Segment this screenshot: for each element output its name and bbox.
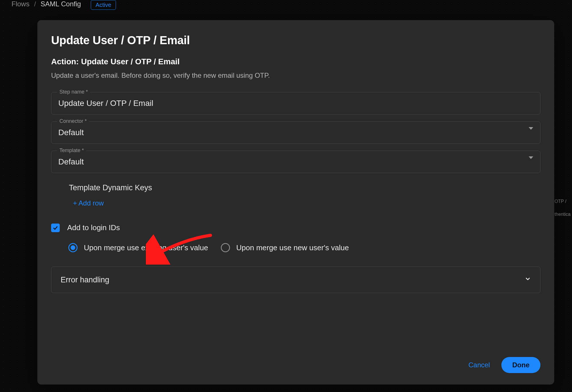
add-row-button[interactable]: + Add row	[73, 199, 540, 207]
breadcrumb-current[interactable]: SAML Config	[40, 0, 81, 8]
breadcrumb: Flows / SAML Config Active	[0, 0, 572, 9]
chevron-down-icon	[529, 130, 533, 136]
step-name-field[interactable]: Step name *	[51, 92, 540, 115]
step-name-label: Step name *	[57, 89, 90, 95]
breadcrumb-root[interactable]: Flows	[11, 0, 30, 8]
chevron-down-icon	[529, 159, 533, 165]
modal-title: Update User / OTP / Email	[51, 34, 540, 47]
connector-value: Default	[58, 128, 529, 137]
error-handling-label: Error handling	[61, 275, 109, 284]
radio-new-label: Upon merge use new user's value	[236, 243, 349, 252]
error-handling-section[interactable]: Error handling	[51, 267, 540, 293]
radio-selected-icon[interactable]	[68, 243, 78, 252]
settings-modal: Update User / OTP / Email Action: Update…	[37, 20, 554, 385]
connector-label: Connector *	[57, 118, 89, 124]
chevron-down-icon	[525, 276, 531, 284]
radio-option-existing[interactable]: Upon merge use existing user's value	[68, 243, 208, 252]
connector-field[interactable]: Connector * Default	[51, 121, 540, 144]
template-field[interactable]: Template * Default	[51, 151, 540, 173]
radio-option-new[interactable]: Upon merge use new user's value	[221, 243, 349, 252]
modal-subtitle: Action: Update User / OTP / Email	[51, 57, 540, 66]
radio-existing-label: Upon merge use existing user's value	[84, 243, 208, 252]
template-label: Template *	[57, 148, 86, 154]
radio-unselected-icon[interactable]	[221, 243, 230, 252]
template-value: Default	[58, 157, 529, 166]
modal-description: Update a user's email. Before doing so, …	[51, 71, 540, 79]
dynamic-keys-header: Template Dynamic Keys	[69, 183, 540, 192]
cancel-button[interactable]: Cancel	[468, 361, 490, 369]
bg-node-line1: / OTP /	[552, 195, 572, 208]
bg-node-snippet: / OTP / uthentica	[552, 195, 572, 221]
breadcrumb-sep: /	[34, 0, 36, 8]
bg-node-line2: uthentica	[552, 208, 572, 221]
status-badge: Active	[91, 0, 116, 10]
done-button[interactable]: Done	[501, 357, 540, 373]
checkbox-checked-icon[interactable]	[51, 224, 60, 232]
modal-footer: Cancel Done	[51, 346, 540, 373]
add-to-login-ids-label: Add to login IDs	[67, 223, 120, 232]
add-to-login-ids-row[interactable]: Add to login IDs	[51, 223, 540, 232]
step-name-input[interactable]	[58, 99, 533, 108]
merge-strategy-radios: Upon merge use existing user's value Upo…	[68, 243, 540, 252]
